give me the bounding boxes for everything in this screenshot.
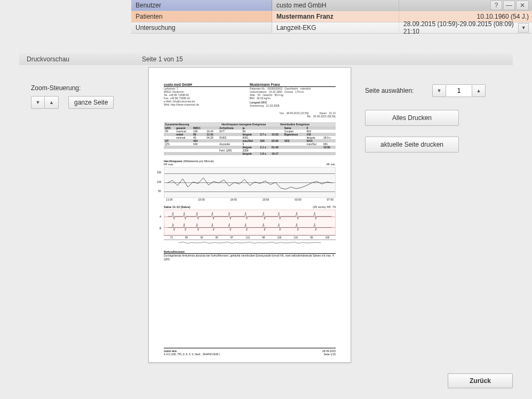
page-next-button[interactable] — [472, 84, 486, 97]
close-button[interactable]: ✕ — [516, 1, 529, 10]
untersuchung-range: 28.09.2015 (10:59)-29.09.2015 (08:09) 21… — [399, 22, 532, 33]
window-controls: ? — ✕ — [399, 0, 532, 11]
report-company-info: Leibnizstr. 7 85521 Ottobrunn Tel. +49 8… — [164, 87, 250, 107]
report-ecg-strip: Salve 11:12 (Salve)(25 mm/s) HF: 79 A B — [164, 205, 336, 246]
print-preview-page: custo med GmbH Mustermann Franz Leibnizs… — [148, 67, 351, 363]
benutzer-value: custo med GmbH — [272, 0, 399, 11]
preview-title: Druckvorschau — [27, 55, 142, 63]
print-current-button[interactable]: aktuelle Seite drucken — [365, 137, 459, 153]
main-panel: Druckvorschau Seite 1 von 15 Zoom-Steuer… — [19, 53, 513, 363]
page-select-label: Seite auswählen: — [365, 87, 429, 94]
zoom-in-button[interactable] — [45, 96, 59, 109]
back-button[interactable]: Zurück — [448, 373, 513, 388]
patient-value: Mustermann Franz — [272, 11, 399, 22]
report-summary-tables: Zusammenfassung Herzfrequenz-bezogene Er… — [164, 122, 336, 155]
page-indicator: Seite 1 von 15 — [142, 55, 183, 63]
zoom-out-button[interactable] — [31, 96, 45, 109]
report-befundhinweis: Befundhinweis Durchgehende Arrhythmia ab… — [164, 250, 336, 261]
report-patient-info: Patienten-Nr. 0000000002 Geschlecht männ… — [250, 87, 336, 107]
header-row-untersuchung: Untersuchung Langzeit-EKG 28.09.2015 (10… — [131, 22, 532, 34]
header-row-benutzer: Benutzer custo med GmbH ? — ✕ — [131, 0, 532, 11]
patient-label: Patienten — [131, 11, 272, 22]
report-company: custo med GmbH — [164, 83, 250, 86]
zoom-whole-page-button[interactable]: ganze Seite — [68, 96, 114, 109]
untersuchung-label: Untersuchung — [131, 22, 272, 33]
untersuchung-value: Langzeit-EKG — [272, 22, 399, 33]
print-all-button[interactable]: Alles Drucken — [365, 110, 459, 126]
zoom-panel: Zoom-Steuerung: ganze Seite — [31, 84, 138, 109]
report-footer: custo tera 4.4.3 (190, TPL:3. 8. 5. 0, f… — [164, 348, 336, 356]
benutzer-label: Benutzer — [131, 0, 272, 11]
minimize-button[interactable]: — — [503, 1, 515, 10]
help-button[interactable]: ? — [490, 1, 502, 10]
right-panel: Seite auswählen: Alles Drucken aktuelle … — [365, 84, 498, 163]
zoom-label: Zoom-Steuerung: — [31, 84, 138, 92]
window-header: Benutzer custo med GmbH ? — ✕ Patienten … — [131, 0, 532, 34]
untersuchung-range-text: 28.09.2015 (10:59)-29.09.2015 (08:09) 21… — [403, 20, 516, 35]
preview-titlebar: Druckvorschau Seite 1 von 15 — [19, 53, 513, 65]
report-hf-chart: Herzfrequenz (Mittelwerte prÿ Minute) HF… — [164, 159, 336, 201]
page-prev-button[interactable] — [432, 84, 446, 97]
page-number-input[interactable] — [446, 84, 472, 97]
untersuchung-dropdown-icon[interactable] — [518, 23, 529, 33]
report-patient-name: Mustermann Franz — [250, 83, 336, 86]
